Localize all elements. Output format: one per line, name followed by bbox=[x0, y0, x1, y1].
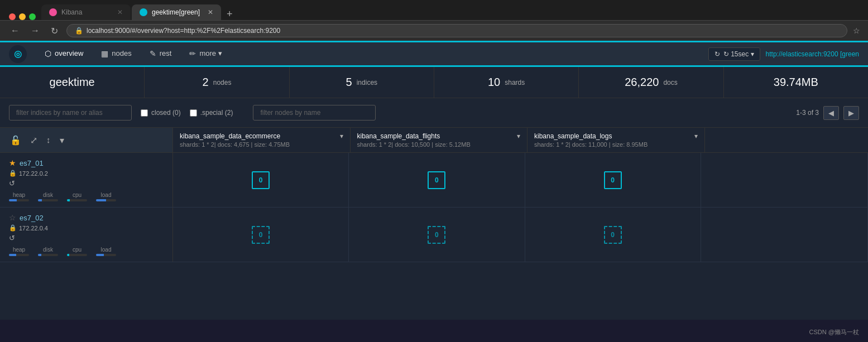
metric-load-label: load bbox=[101, 192, 112, 198]
window-controls bbox=[4, 13, 40, 20]
shard-cell-es7-01-logs[interactable]: 0 bbox=[525, 153, 701, 207]
shard-box-es7-01-ecommerce: 0 bbox=[252, 171, 270, 189]
back-button[interactable]: ← bbox=[8, 25, 22, 37]
special-checkbox-input[interactable] bbox=[190, 109, 197, 117]
overview-icon: ⬡ bbox=[45, 49, 51, 58]
nodes-count: 2 bbox=[203, 76, 209, 89]
closed-checkbox-input[interactable] bbox=[141, 109, 148, 117]
metric-load-fill bbox=[96, 199, 106, 201]
index-logs-meta: shards: 1 * 2| docs: 11,000 | size: 8.95… bbox=[534, 141, 698, 148]
special-filter-checkbox[interactable]: .special (2) bbox=[190, 109, 233, 117]
node-name-es7-01: ★ es7_01 bbox=[9, 158, 164, 167]
tab-geektime-label: geektime[green] bbox=[152, 8, 200, 16]
nodes-label: nodes bbox=[213, 79, 232, 86]
next-page-button[interactable]: ▶ bbox=[843, 106, 859, 120]
nav-item-more[interactable]: ✏ more ▾ bbox=[180, 42, 231, 66]
cluster-name: geektime bbox=[50, 76, 95, 89]
node-star-icon-es7-02[interactable]: ☆ bbox=[9, 213, 16, 222]
closed-filter-label: closed (0) bbox=[151, 109, 181, 117]
index-filter-input[interactable] bbox=[9, 105, 132, 121]
node-name-text-es7-02[interactable]: es7_02 bbox=[20, 214, 44, 222]
summary-shards[interactable]: 10 shards bbox=[434, 67, 579, 98]
geektime-favicon-icon bbox=[140, 8, 147, 16]
metric-cpu-es7-02: cpu bbox=[67, 247, 87, 256]
window-close-btn[interactable] bbox=[9, 13, 16, 20]
shard-cell-es7-01-ecommerce[interactable]: 0 bbox=[173, 153, 349, 207]
node-metrics-es7-02: heap disk cpu load bbox=[9, 247, 164, 256]
node-star-icon-es7-01[interactable]: ★ bbox=[9, 158, 16, 167]
metric-load-es7-02: load bbox=[96, 247, 116, 256]
metric-load-label-02: load bbox=[101, 247, 112, 253]
shard-cell-es7-02-logs[interactable]: 0 bbox=[525, 208, 701, 262]
summary-docs[interactable]: 26,220 docs bbox=[579, 67, 723, 98]
sort-dropdown-button[interactable]: ▾ bbox=[59, 134, 65, 147]
index-flights-label: kibana_sample_data_flights bbox=[357, 132, 440, 140]
nav-item-rest[interactable]: ✎ rest bbox=[141, 42, 181, 66]
sort-az-icon: ↕ bbox=[46, 135, 51, 144]
node-row-es7-01: ★ es7_01 🔒 172.22.0.2 ↺ heap disk bbox=[0, 153, 868, 208]
pagination: 1-3 of 3 ◀ ▶ bbox=[796, 106, 859, 120]
reload-button[interactable]: ↻ bbox=[48, 25, 61, 37]
tab-kibana[interactable]: Kibana ✕ bbox=[41, 4, 131, 20]
node-filter-input[interactable] bbox=[253, 105, 376, 121]
indices-label: indices bbox=[357, 79, 377, 86]
node-refresh-icon-es7-02[interactable]: ↺ bbox=[9, 234, 164, 242]
index-name-ecommerce: kibana_sample_data_ecommerce ▾ bbox=[180, 132, 343, 140]
indices-count: 5 bbox=[346, 76, 352, 89]
new-tab-button[interactable]: + bbox=[222, 8, 237, 20]
node-ip-es7-02: 🔒 172.22.0.4 bbox=[9, 224, 164, 232]
metric-load-bar bbox=[96, 199, 116, 201]
tab-kibana-close-icon[interactable]: ✕ bbox=[117, 8, 123, 16]
index-ecommerce-dropdown-icon[interactable]: ▾ bbox=[340, 132, 343, 140]
browser-chrome: Kibana ✕ geektime[green] ✕ + ← → ↻ 🔒 loc… bbox=[0, 0, 868, 41]
tab-kibana-label: Kibana bbox=[61, 8, 82, 16]
summary-nodes[interactable]: 2 nodes bbox=[145, 67, 289, 98]
address-input[interactable]: localhost:9000/#/overview?host=http:%2F%… bbox=[87, 27, 839, 35]
pagination-text: 1-3 of 3 bbox=[796, 109, 819, 117]
node-name-text-es7-01[interactable]: es7_01 bbox=[20, 159, 44, 167]
index-flights-dropdown-icon[interactable]: ▾ bbox=[517, 132, 520, 140]
metric-disk-es7-01: disk bbox=[38, 192, 58, 201]
metric-heap-fill-02 bbox=[9, 254, 16, 256]
nodes-icon: ▦ bbox=[101, 49, 108, 58]
shard-box-es7-02-ecommerce: 0 bbox=[252, 226, 270, 244]
prev-page-button[interactable]: ◀ bbox=[823, 106, 839, 120]
summary-size: 39.74MB bbox=[724, 67, 868, 98]
window-minimize-btn[interactable] bbox=[19, 13, 26, 20]
nav-item-overview[interactable]: ⬡ overview bbox=[36, 42, 92, 66]
node-metrics-es7-01: heap disk cpu load bbox=[9, 192, 164, 201]
metric-cpu-bar bbox=[67, 199, 87, 201]
sort-az-button[interactable]: ↕ bbox=[45, 134, 52, 146]
metric-disk-es7-02: disk bbox=[38, 247, 58, 256]
bookmark-icon[interactable]: ☆ bbox=[853, 26, 860, 35]
node-refresh-icon-es7-01[interactable]: ↺ bbox=[9, 179, 164, 187]
forward-button[interactable]: → bbox=[28, 25, 42, 37]
lock-toggle-button[interactable]: 🔓 bbox=[9, 134, 22, 147]
shard-box-es7-01-logs: 0 bbox=[604, 171, 622, 189]
index-header-ecommerce: kibana_sample_data_ecommerce ▾ shards: 1… bbox=[173, 128, 351, 152]
expand-button[interactable]: ⤢ bbox=[29, 134, 39, 147]
top-nav: ◎ ⬡ overview ▦ nodes ✎ rest ✏ more ▾ ↻ ↻… bbox=[0, 42, 868, 67]
shards-count: 10 bbox=[488, 76, 500, 89]
index-ecommerce-label: kibana_sample_data_ecommerce bbox=[180, 132, 280, 140]
metric-cpu-es7-01: cpu bbox=[67, 192, 87, 201]
nav-item-nodes[interactable]: ▦ nodes bbox=[92, 42, 140, 66]
node-name-es7-02: ☆ es7_02 bbox=[9, 213, 164, 222]
summary-indices[interactable]: 5 indices bbox=[290, 67, 434, 98]
tab-geektime[interactable]: geektime[green] ✕ bbox=[132, 4, 221, 20]
closed-filter-checkbox[interactable]: closed (0) bbox=[141, 109, 181, 117]
metric-heap-bar-02 bbox=[9, 254, 29, 256]
refresh-button[interactable]: ↻ ↻ 15sec ▾ bbox=[708, 47, 760, 61]
shard-cell-es7-02-flights[interactable]: 0 bbox=[349, 208, 525, 262]
node-controls-header: 🔓 ⤢ ↕ ▾ bbox=[0, 128, 173, 152]
shard-cell-es7-01-flights[interactable]: 0 bbox=[349, 153, 525, 207]
index-name-logs: kibana_sample_data_logs ▾ bbox=[534, 132, 698, 140]
refresh-label: ↻ 15sec ▾ bbox=[723, 50, 754, 58]
nav-overview-label: overview bbox=[55, 49, 83, 57]
tab-geektime-close-icon[interactable]: ✕ bbox=[208, 8, 213, 16]
shard-cell-es7-02-ecommerce[interactable]: 0 bbox=[173, 208, 349, 262]
window-maximize-btn[interactable] bbox=[29, 13, 36, 20]
address-bar[interactable]: 🔒 localhost:9000/#/overview?host=http:%2… bbox=[66, 24, 847, 37]
metric-load-es7-01: load bbox=[96, 192, 116, 201]
index-logs-dropdown-icon[interactable]: ▾ bbox=[694, 132, 698, 140]
